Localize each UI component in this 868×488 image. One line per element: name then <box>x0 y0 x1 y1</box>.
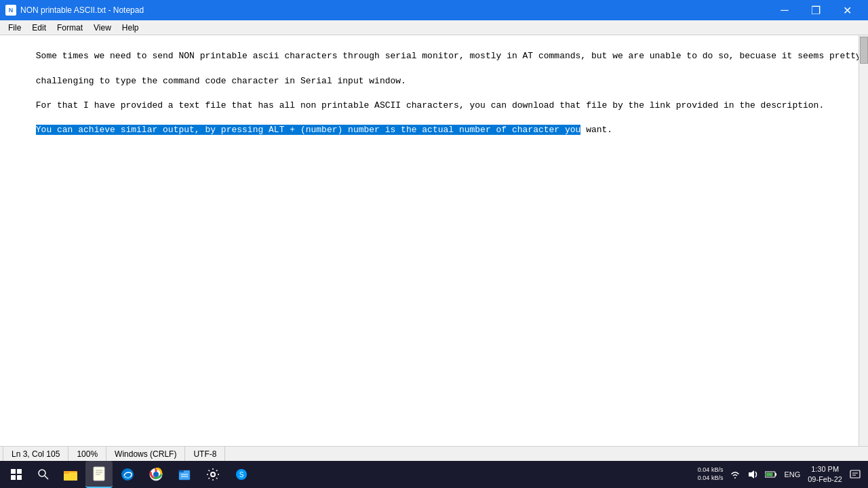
clock-date: 09-Feb-22 <box>808 474 842 485</box>
taskbar: S 0.04 kB/s 0.04 kB/s <box>0 461 868 488</box>
files-icon <box>178 468 191 481</box>
minimize-button[interactable]: ─ <box>769 0 800 20</box>
line1-text: Some times we need to send NON printable… <box>36 51 861 61</box>
svg-rect-21 <box>775 473 776 476</box>
settings-taskbar-icon <box>206 468 220 481</box>
search-button[interactable] <box>31 461 56 488</box>
taskbar-file-explorer[interactable] <box>57 461 84 488</box>
taskbar-chrome[interactable] <box>142 461 170 488</box>
line4-selected: You can achieve similar output, by press… <box>36 125 581 135</box>
taskbar-edge[interactable] <box>114 461 141 488</box>
window-controls: ─ ❐ ✕ <box>769 0 863 20</box>
taskbar-app7[interactable]: S <box>228 461 255 488</box>
menu-bar: File Edit Format View Help <box>0 20 868 35</box>
taskbar-files[interactable] <box>171 461 198 488</box>
close-button[interactable]: ✕ <box>831 0 863 20</box>
svg-rect-4 <box>64 471 69 474</box>
svg-text:S: S <box>239 471 244 479</box>
window-title: NON printable ASCII.txt - Notepad <box>20 5 769 15</box>
sound-icon-btn[interactable] <box>745 469 760 480</box>
scrollbar-track[interactable] <box>859 35 868 446</box>
svg-point-16 <box>211 472 215 476</box>
svg-rect-13 <box>179 470 184 472</box>
menu-help[interactable]: Help <box>117 22 144 34</box>
notepad-window: N NON printable ASCII.txt - Notepad ─ ❐ … <box>0 0 868 488</box>
line4-rest: want. <box>580 125 612 135</box>
svg-point-11 <box>153 472 159 477</box>
battery-icon-btn[interactable] <box>763 470 779 479</box>
taskbar-settings[interactable] <box>199 461 226 488</box>
menu-view[interactable]: View <box>88 22 117 34</box>
network-icon <box>730 470 741 479</box>
menu-format[interactable]: Format <box>52 22 88 34</box>
system-clock[interactable]: 1:30 PM 09-Feb-22 <box>805 464 845 485</box>
system-tray: 0.04 kB/s 0.04 kB/s <box>693 461 865 488</box>
clock-time: 1:30 PM <box>808 464 842 474</box>
language-indicator[interactable]: ENG <box>782 470 802 479</box>
line2-text: challenging to type the command code cha… <box>36 76 406 86</box>
notification-icon <box>850 469 861 480</box>
network-stats[interactable]: 0.04 kB/s 0.04 kB/s <box>696 466 726 482</box>
encoding: UTF-8 <box>185 447 225 461</box>
line-ending: Windows (CRLF) <box>106 447 185 461</box>
sound-icon <box>747 469 758 480</box>
zoom-level: 100% <box>68 447 106 461</box>
chrome-icon <box>149 468 163 481</box>
taskbar-notepad[interactable] <box>85 461 113 488</box>
svg-rect-5 <box>94 467 104 481</box>
editor-area[interactable]: Some times we need to send NON printable… <box>0 35 868 446</box>
network-down: 0.04 kB/s <box>698 474 724 483</box>
battery-icon <box>765 470 777 479</box>
svg-marker-19 <box>749 470 754 479</box>
start-button[interactable] <box>3 461 30 488</box>
text-content[interactable]: Some times we need to send NON printable… <box>0 35 868 446</box>
status-bar: Ln 3, Col 105 100% Windows (CRLF) UTF-8 <box>0 446 868 461</box>
edge-icon <box>121 468 134 481</box>
menu-edit[interactable]: Edit <box>26 22 52 34</box>
title-bar: N NON printable ASCII.txt - Notepad ─ ❐ … <box>0 0 868 20</box>
svg-point-0 <box>39 470 45 476</box>
windows-icon <box>11 469 22 480</box>
notepad-icon <box>92 466 106 481</box>
network-icon-btn[interactable] <box>728 470 743 479</box>
line3-text: For that I have provided a text file tha… <box>36 100 824 110</box>
cursor-position: Ln 3, Col 105 <box>3 447 68 461</box>
restore-button[interactable]: ❐ <box>800 0 831 20</box>
svg-rect-22 <box>766 473 773 476</box>
app7-icon: S <box>235 468 248 481</box>
network-up: 0.04 kB/s <box>698 466 724 474</box>
search-icon <box>38 469 49 480</box>
file-explorer-icon <box>63 467 78 482</box>
svg-line-1 <box>45 476 48 479</box>
app-icon: N <box>5 5 16 16</box>
language-text: ENG <box>784 470 800 479</box>
notification-button[interactable] <box>848 469 863 480</box>
menu-file[interactable]: File <box>3 22 26 34</box>
svg-rect-23 <box>850 470 860 478</box>
scrollbar-thumb[interactable] <box>860 37 868 64</box>
